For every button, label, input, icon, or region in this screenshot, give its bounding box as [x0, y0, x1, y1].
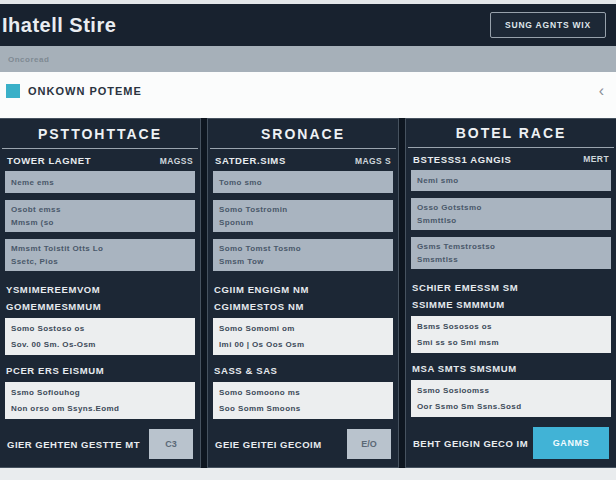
plan-card-2: SRONACE SATDER.SIMS MAGS S Tomo smo Somo… — [207, 118, 399, 468]
detail-text: Somo Somoono ms — [219, 388, 387, 397]
feature-text: Sponum — [219, 218, 387, 227]
section-heading-line: GOMEMMESMMUM — [6, 301, 194, 312]
card-subheader: TOWER LAGNET MAGSS — [0, 149, 200, 171]
subheader-label: BSTESSS1 AGNGIS — [413, 154, 511, 165]
chevron-left-icon[interactable]: ‹ — [595, 84, 608, 98]
feature-text: Neme ems — [11, 178, 189, 187]
card-subheader: SATDER.SIMS MAGS S — [208, 149, 398, 171]
detail-row: Somo Somoono ms Soo Somm Smoons — [213, 382, 393, 419]
card-footer: BEHT GEIGIN GECO IM GANMS — [406, 421, 616, 467]
card-title: BOTEL RACE — [408, 119, 614, 148]
section-heading: CGIIM ENGIGM NM CGIMMESTOS NM — [208, 278, 398, 316]
feature-text: Mmsmt Toistit Otts Lo — [11, 244, 189, 253]
section-heading-line: CGIMMESTOS NM — [214, 301, 392, 312]
section-heading-line: SSIMME SMMMUM — [412, 299, 610, 310]
feature-row: Somo Tomst Tosmo Smsm Tow — [213, 239, 393, 271]
feature-row: Gsms Temstrostso Smsmtlss — [411, 237, 611, 269]
detail-text: Smi ss so Smi msm — [417, 338, 605, 347]
detail-text: Soo Somm Smoons — [219, 404, 387, 413]
feature-row: Neme ems — [5, 171, 195, 193]
section-heading: MSA SMTS SMSMUM — [406, 357, 616, 378]
section-heading-line: PCER ERS EISMUM — [6, 365, 194, 376]
card-subheader: BSTESSS1 AGNGIS MERT — [406, 148, 616, 170]
footer-label: GIER GEHTEN GESTTE MT — [7, 439, 140, 450]
detail-text: Imi 00 | Os Oos Osm — [219, 340, 387, 349]
detail-text: Somo Somomi om — [219, 324, 387, 333]
feature-text: Smsm Tow — [219, 257, 387, 266]
card-footer: GIER GEHTEN GESTTE MT C3 — [0, 423, 200, 467]
detail-text: Bsms Sososos os — [417, 322, 605, 331]
section-heading-line: SCHIER EMESSM SM — [412, 282, 610, 293]
section-heading-line: SASS & SAS — [214, 365, 392, 376]
feature-text: Osobt emss — [11, 205, 189, 214]
plan-card-3: BOTEL RACE BSTESSS1 AGNGIS MERT Nemi smo… — [405, 118, 616, 468]
feature-text: Osso Gotstsmo — [417, 203, 605, 212]
section-marker-icon — [6, 84, 20, 98]
feature-text: Somo Tostromin — [219, 205, 387, 214]
detail-row: Somo Sostoso os Sov. 00 Sm. Os-Osm — [5, 318, 195, 355]
detail-row: Ssmo Sosioomss Oor Ssmo Sm Ssns.Sosd — [411, 380, 611, 417]
detail-text: Oor Ssmo Sm Ssns.Sosd — [417, 402, 605, 411]
feature-row: Somo Tostromin Sponum — [213, 200, 393, 232]
section-heading-line: MSA SMTS SMSMUM — [412, 363, 610, 374]
section-heading: SASS & SAS — [208, 359, 398, 380]
card-title: PSTTOHTTACE — [2, 119, 198, 149]
detail-text: Ssmo Sosioomss — [417, 386, 605, 395]
feature-row: Nemi smo — [411, 170, 611, 191]
feature-text: Somo Tomst Tosmo — [219, 244, 387, 253]
feature-text: Smmttlso — [417, 216, 605, 225]
breadcrumb: Oncoread — [8, 55, 49, 64]
subheader-label: SATDER.SIMS — [215, 155, 286, 166]
app-title: Ihatell Stire — [0, 14, 116, 37]
footer-label: BEHT GEIGIN GECO IM — [413, 438, 528, 449]
detail-text: Ssmo Sofiouhog — [11, 388, 189, 397]
feature-row: Osso Gotstsmo Smmttlso — [411, 198, 611, 230]
subheader-value: MAGSS — [160, 156, 193, 166]
card-footer: GEIE GEITEI GECOIM E/O — [208, 423, 398, 467]
feature-text: Nemi smo — [417, 176, 605, 185]
feature-text: Smsmtlss — [417, 255, 605, 264]
detail-text: Sov. 00 Sm. Os-Osm — [11, 340, 189, 349]
subheader-value: MAGS S — [355, 156, 391, 166]
primary-price-button[interactable]: GANMS — [533, 427, 609, 459]
feature-row: Tomo smo — [213, 171, 393, 193]
price-button[interactable]: E/O — [347, 429, 391, 459]
plan-card-1: PSTTOHTTACE TOWER LAGNET MAGSS Neme ems … — [0, 118, 201, 468]
app-header: Ihatell Stire SUNG AGNTS WIX — [0, 4, 616, 46]
detail-text: Somo Sostoso os — [11, 324, 189, 333]
subheader-value: MERT — [583, 154, 609, 164]
section-heading: YSMIMEREEMVOM GOMEMMESMMUM — [0, 278, 200, 316]
feature-row: Osobt emss Mmsm (so — [5, 200, 195, 232]
card-title: SRONACE — [210, 119, 396, 149]
feature-text: Mmsm (so — [11, 218, 189, 227]
feature-text: Ssetc, Pios — [11, 257, 189, 266]
subheader-label: TOWER LAGNET — [7, 155, 91, 166]
section-header-bar: ONKOWN POTEME ‹ — [0, 72, 616, 118]
feature-text: Gsms Temstrostso — [417, 242, 605, 251]
price-button[interactable]: C3 — [149, 429, 193, 459]
detail-row: Somo Somomi om Imi 00 | Os Oos Osm — [213, 318, 393, 355]
section-heading: PCER ERS EISMUM — [0, 359, 200, 380]
plan-cards-area: PSTTOHTTACE TOWER LAGNET MAGSS Neme ems … — [0, 118, 616, 468]
breadcrumb-bar: Oncoread — [0, 46, 616, 72]
section-heading-line: CGIIM ENGIGM NM — [214, 284, 392, 295]
feature-row: Mmsmt Toistit Otts Lo Ssetc, Pios — [5, 239, 195, 271]
detail-text: Non orso om Ssyns.Eomd — [11, 404, 189, 413]
section-heading: SCHIER EMESSM SM SSIMME SMMMUM — [406, 276, 616, 314]
header-action-button[interactable]: SUNG AGNTS WIX — [490, 12, 606, 38]
bottom-edge-strip — [0, 468, 616, 480]
footer-label: GEIE GEITEI GECOIM — [215, 439, 322, 450]
feature-text: Tomo smo — [219, 178, 387, 187]
detail-row: Ssmo Sofiouhog Non orso om Ssyns.Eomd — [5, 382, 195, 419]
section-heading-line: YSMIMEREEMVOM — [6, 284, 194, 295]
section-title: ONKOWN POTEME — [28, 84, 142, 98]
detail-row: Bsms Sososos os Smi ss so Smi msm — [411, 316, 611, 353]
